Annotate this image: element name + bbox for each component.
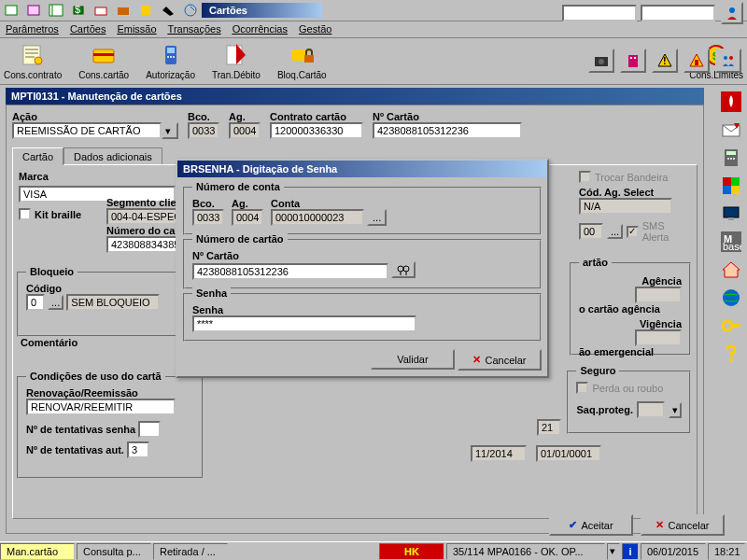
tb-icon-7[interactable] <box>135 1 156 20</box>
status-tab2[interactable]: Consulta p... <box>77 543 151 560</box>
side-house-icon[interactable] <box>719 258 743 282</box>
dlg-cancelar-button[interactable]: ✕ Cancelar <box>458 349 542 371</box>
top-search-2[interactable] <box>641 5 715 21</box>
marca-label: Marca <box>19 171 49 182</box>
side-help-icon[interactable] <box>719 342 743 366</box>
side-flame-icon[interactable] <box>719 90 743 114</box>
menu-parametros[interactable]: Parâmetros <box>6 23 59 35</box>
tab-cartao[interactable]: Cartão <box>12 147 63 165</box>
side-key-icon[interactable] <box>719 314 743 338</box>
senha-dialog: BRSENHA - Digitação de Senha Número de c… <box>176 159 549 378</box>
side-puzzle-icon[interactable] <box>719 174 743 198</box>
status-date: 06/01/2015 <box>641 543 706 560</box>
trocar-bandeira-label: Trocar Bandeira <box>595 172 668 183</box>
codigo-num-field[interactable] <box>26 294 45 311</box>
status-tab1[interactable]: Man.cartão <box>0 543 75 560</box>
aceitar-button[interactable]: ✔ Aceitar <box>549 514 633 536</box>
building-icon-button[interactable] <box>620 49 646 73</box>
dlg-conta-lookup[interactable]: ... <box>367 209 387 226</box>
tb-icon-1[interactable] <box>1 1 21 20</box>
btn-tran-debito[interactable]: Tran.Débito <box>212 42 261 80</box>
svg-text:base: base <box>723 241 741 252</box>
dlg-conta-field <box>271 209 364 226</box>
kit-braille-checkbox[interactable] <box>19 208 31 220</box>
tent-senha-field[interactable] <box>138 421 161 438</box>
btn-autorizacao[interactable]: Autorização <box>146 42 195 80</box>
num-conta-legend: Número de conta <box>192 181 284 192</box>
tb-icon-6[interactable] <box>113 1 134 20</box>
side-mbase-icon[interactable]: Mbase <box>719 230 743 254</box>
validar-button[interactable]: Validar <box>371 349 455 370</box>
status-dropdown[interactable]: ▾ <box>607 543 620 560</box>
trocar-bandeira-checkbox <box>579 171 591 183</box>
side-mail-icon[interactable] <box>719 118 743 142</box>
acao-field[interactable] <box>12 122 162 139</box>
menu-cartoes[interactable]: Cartões <box>70 23 106 35</box>
acao-label: Ação <box>12 111 178 122</box>
cancelar-button[interactable]: ✕ Cancelar <box>641 514 725 536</box>
svg-point-55 <box>403 266 409 272</box>
sms-lookup[interactable]: ... <box>607 224 623 239</box>
seguro-legend: Seguro <box>576 365 619 376</box>
warning2-icon-button[interactable] <box>684 49 710 73</box>
senha-field[interactable] <box>192 315 416 332</box>
saq-dropdown[interactable]: ▾ <box>669 402 682 418</box>
btn-cons-contrato[interactable]: Cons.contrato <box>4 42 62 80</box>
tent-senha-label: Nº de tentativas senha <box>26 424 135 435</box>
status-tab3[interactable]: Retirada / ... <box>153 543 228 560</box>
contrato-field[interactable] <box>270 122 363 139</box>
svg-rect-27 <box>628 55 638 67</box>
dlg-ncartao-search[interactable] <box>391 261 416 278</box>
tb-icon-4[interactable]: $ <box>68 1 89 20</box>
menu-ocorrencias[interactable]: Ocorrências <box>233 23 288 35</box>
codigo-lookup[interactable]: ... <box>48 295 63 310</box>
svg-rect-45 <box>724 207 739 217</box>
dlg-ag-label: Ag. <box>232 198 248 209</box>
dlg-ncartao-field[interactable] <box>192 263 388 280</box>
bco-field <box>188 122 219 139</box>
menu-gestao[interactable]: Gestão <box>299 23 331 35</box>
dialog-title: BRSENHA - Digitação de Senha <box>177 161 547 177</box>
tb-icon-3[interactable] <box>46 1 66 20</box>
side-monitor-icon[interactable] <box>719 202 743 226</box>
top-search-1[interactable] <box>562 5 637 21</box>
menu-transacoes[interactable]: Transações <box>168 23 221 35</box>
svg-rect-41 <box>723 177 731 186</box>
people-icon-button[interactable] <box>715 49 741 73</box>
menu-emissao[interactable]: Emissão <box>117 23 156 35</box>
x-icon2: ✕ <box>655 519 664 531</box>
renov-label: Renovação/Reemissão <box>26 387 138 399</box>
tb-icon-2[interactable] <box>23 1 44 20</box>
acao-dropdown[interactable]: ▾ <box>162 122 178 139</box>
svg-rect-14 <box>93 53 114 56</box>
warning-icon-button[interactable]: ! <box>652 49 678 73</box>
svg-point-18 <box>170 56 172 58</box>
svg-text:$: $ <box>75 4 80 15</box>
side-globe-icon[interactable] <box>719 286 743 310</box>
svg-point-33 <box>729 56 733 60</box>
btn-bloq-cartao[interactable]: Bloq.Cartão <box>277 42 327 80</box>
dlg-bco-label: Bco. <box>192 198 215 209</box>
num-cartao-legend: Número de cartão <box>192 233 288 245</box>
camera-icon-button[interactable] <box>588 49 614 73</box>
tent-aut-field[interactable] <box>127 441 149 458</box>
svg-point-50 <box>723 289 740 306</box>
user-icon-button[interactable] <box>721 2 743 24</box>
saq-field <box>637 401 665 418</box>
date3-field <box>536 445 601 462</box>
svg-point-32 <box>724 56 727 60</box>
contrato-label: Contrato cartão <box>270 111 363 122</box>
svg-point-51 <box>723 321 732 330</box>
status-info-icon[interactable]: i <box>622 543 639 560</box>
tab-dados[interactable]: Dados adicionais <box>63 147 162 165</box>
svg-rect-28 <box>630 57 632 59</box>
codigo-label: Código <box>26 283 62 294</box>
renov-field[interactable] <box>26 399 176 415</box>
emergencial-label: ão emergencial <box>579 346 682 357</box>
btn-cons-cartao[interactable]: Cons.cartão <box>78 42 129 80</box>
ncartao-field[interactable] <box>373 122 522 139</box>
tb-icon-5[interactable] <box>91 1 111 20</box>
side-calc-icon[interactable] <box>719 146 743 170</box>
tb-icon-9[interactable] <box>180 1 201 20</box>
tb-icon-8[interactable] <box>158 1 178 20</box>
